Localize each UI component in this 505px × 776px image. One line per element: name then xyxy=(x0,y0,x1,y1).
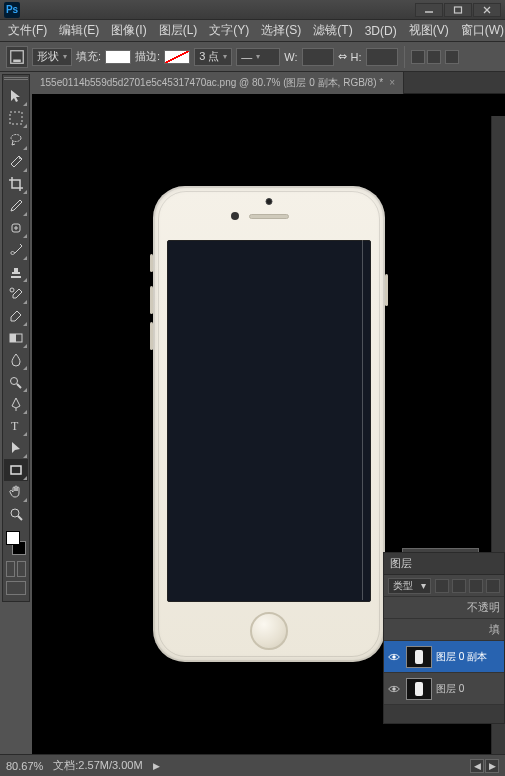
visibility-toggle[interactable] xyxy=(386,649,402,665)
horizontal-scroll-buttons[interactable]: ◀ ▶ xyxy=(470,759,499,773)
zoom-level[interactable]: 80.67% xyxy=(6,760,43,772)
fill-swatch[interactable] xyxy=(105,50,131,64)
options-bar: 形状▾ 填充: 描边: 3 点▾ —▾ W: ⇔ H: xyxy=(0,42,505,72)
phone-volume-up xyxy=(150,286,153,314)
height-input[interactable] xyxy=(366,48,398,66)
svg-rect-12 xyxy=(10,334,16,342)
layer-name[interactable]: 图层 0 xyxy=(436,682,502,696)
shape-mode-label: 形状 xyxy=(37,49,59,64)
layer-thumbnail[interactable] xyxy=(406,646,432,668)
layers-panel-tab[interactable]: 图层 xyxy=(384,553,504,575)
marquee-tool[interactable] xyxy=(4,107,28,129)
separator xyxy=(404,46,405,68)
svg-point-8 xyxy=(19,157,21,159)
blur-tool[interactable] xyxy=(4,349,28,371)
eyedropper-tool[interactable] xyxy=(4,195,28,217)
brush-tool[interactable] xyxy=(4,239,28,261)
fill-label: 填充: xyxy=(76,49,101,64)
scroll-left-icon[interactable]: ◀ xyxy=(470,759,484,773)
lasso-tool[interactable] xyxy=(4,129,28,151)
layer-filter-icons[interactable] xyxy=(435,579,500,593)
chevron-down-icon: ▾ xyxy=(256,52,260,61)
layers-panel-footer xyxy=(384,705,504,723)
svg-point-13 xyxy=(11,378,18,385)
panel-grip[interactable] xyxy=(4,77,28,83)
eraser-tool[interactable] xyxy=(4,305,28,327)
color-swatches[interactable] xyxy=(4,529,28,557)
close-button[interactable] xyxy=(473,3,501,17)
scroll-right-icon[interactable]: ▶ xyxy=(485,759,499,773)
crop-tool[interactable] xyxy=(4,173,28,195)
stroke-style-select[interactable]: —▾ xyxy=(236,48,280,66)
app-logo: Ps xyxy=(4,2,20,18)
tool-preset-icon[interactable] xyxy=(6,46,28,68)
svg-rect-5 xyxy=(13,59,21,62)
mask-mode-toggle[interactable] xyxy=(6,561,26,577)
phone-camera-icon xyxy=(265,198,272,205)
minimize-button[interactable] xyxy=(415,3,443,17)
svg-point-7 xyxy=(11,135,21,142)
zoom-tool[interactable] xyxy=(4,503,28,525)
shape-mode-select[interactable]: 形状▾ xyxy=(32,48,72,66)
menu-3d[interactable]: 3D(D) xyxy=(359,24,403,38)
stroke-swatch[interactable] xyxy=(164,50,190,64)
stamp-tool[interactable] xyxy=(4,261,28,283)
tools-panel: T xyxy=(0,72,32,754)
layer-filter-select[interactable]: 类型 ▾ xyxy=(388,578,431,594)
layer-row[interactable]: 图层 0 xyxy=(384,673,504,705)
svg-rect-1 xyxy=(455,7,462,13)
menu-bar: 文件(F) 编辑(E) 图像(I) 图层(L) 文字(Y) 选择(S) 滤镜(T… xyxy=(0,20,505,42)
path-ops[interactable] xyxy=(411,50,441,64)
svg-point-10 xyxy=(10,288,14,292)
move-tool[interactable] xyxy=(4,85,28,107)
layer-name[interactable]: 图层 0 副本 xyxy=(436,650,502,664)
document-tabs: 155e0114b559d5d2701e5c45317470ac.png @ 8… xyxy=(32,72,505,94)
chevron-right-icon[interactable]: ▶ xyxy=(153,761,160,771)
close-tab-icon[interactable]: × xyxy=(389,77,395,88)
align-ops[interactable] xyxy=(445,50,459,64)
phone-speaker-icon xyxy=(249,214,289,219)
menu-filter[interactable]: 滤镜(T) xyxy=(307,22,358,39)
opacity-label: 不透明 xyxy=(467,600,500,615)
guide-line xyxy=(362,240,363,600)
rectangle-tool[interactable] xyxy=(4,459,28,481)
svg-rect-6 xyxy=(10,112,22,124)
visibility-toggle[interactable] xyxy=(386,681,402,697)
document-tab[interactable]: 155e0114b559d5d2701e5c45317470ac.png @ 8… xyxy=(32,72,404,94)
width-label: W: xyxy=(284,51,297,63)
foreground-color-swatch[interactable] xyxy=(6,531,20,545)
pen-tool[interactable] xyxy=(4,393,28,415)
chevron-down-icon: ▾ xyxy=(63,52,67,61)
type-tool[interactable]: T xyxy=(4,415,28,437)
maximize-button[interactable] xyxy=(444,3,472,17)
layers-panel: 图层 类型 ▾ 不透明 填 xyxy=(383,552,505,724)
gradient-tool[interactable] xyxy=(4,327,28,349)
path-select-tool[interactable] xyxy=(4,437,28,459)
layer-row[interactable]: 图层 0 副本 xyxy=(384,641,504,673)
svg-point-18 xyxy=(392,687,396,691)
menu-type[interactable]: 文字(Y) xyxy=(203,22,255,39)
magic-wand-tool[interactable] xyxy=(4,151,28,173)
menu-file[interactable]: 文件(F) xyxy=(2,22,53,39)
height-label: H: xyxy=(351,51,362,63)
phone-volume-down xyxy=(150,322,153,350)
layer-thumbnail[interactable] xyxy=(406,678,432,700)
menu-image[interactable]: 图像(I) xyxy=(105,22,152,39)
history-brush-tool[interactable] xyxy=(4,283,28,305)
healing-tool[interactable] xyxy=(4,217,28,239)
document-tab-title: 155e0114b559d5d2701e5c45317470ac.png @ 8… xyxy=(40,76,383,90)
menu-edit[interactable]: 编辑(E) xyxy=(53,22,105,39)
menu-select[interactable]: 选择(S) xyxy=(255,22,307,39)
menu-view[interactable]: 视图(V) xyxy=(403,22,455,39)
screen-mode-button[interactable] xyxy=(6,581,26,595)
link-icon[interactable]: ⇔ xyxy=(338,50,347,63)
fill-label-panel: 填 xyxy=(489,622,500,637)
stroke-width-input[interactable]: 3 点▾ xyxy=(194,48,232,66)
dodge-tool[interactable] xyxy=(4,371,28,393)
hand-tool[interactable] xyxy=(4,481,28,503)
svg-point-16 xyxy=(11,509,19,517)
width-input[interactable] xyxy=(302,48,334,66)
document-info[interactable]: 文档:2.57M/3.00M xyxy=(53,758,142,773)
menu-window[interactable]: 窗口(W) xyxy=(455,22,505,39)
menu-layer[interactable]: 图层(L) xyxy=(153,22,204,39)
